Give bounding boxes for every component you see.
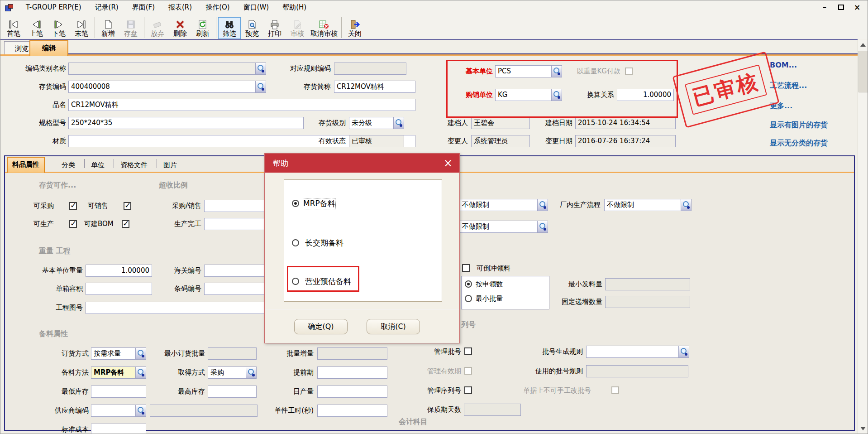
subtab-qualification[interactable]: 资格文件 — [116, 158, 152, 172]
menu-item-report[interactable]: 报表(R) — [162, 0, 199, 14]
subtab-item-attributes[interactable]: 料品属性 — [7, 157, 45, 173]
toolbar-next-record-button[interactable]: 下笔 — [48, 17, 70, 39]
menu-item-record[interactable]: 记录(R) — [88, 0, 125, 14]
std-cost-field[interactable] — [91, 424, 146, 434]
lookup-icon[interactable] — [551, 89, 562, 101]
menu-item-help[interactable]: 帮助(H) — [276, 0, 313, 14]
link-show-unclassified[interactable]: 显示无分类的存货 — [770, 139, 828, 148]
link-show-with-image[interactable]: 显示有图片的存货 — [770, 121, 828, 130]
code-class-field[interactable] — [68, 63, 266, 75]
max-stock-field[interactable] — [208, 386, 257, 398]
daily-output-label: 日产量 — [277, 386, 314, 398]
batch-rule-label: 批号生成规则 — [532, 346, 583, 358]
toolbar-print-button[interactable]: 打印 — [263, 17, 286, 39]
toolbar-delete-button[interactable]: 删除 — [169, 17, 191, 39]
toolbar-close-button[interactable]: 关闭 — [343, 17, 366, 39]
toolbar-last-record-button[interactable]: 末笔 — [70, 17, 93, 39]
scroll-up-icon[interactable] — [859, 41, 867, 49]
backflush-checkbox[interactable] — [462, 264, 470, 272]
by-request-radio[interactable] — [465, 280, 472, 288]
dialog-close-icon[interactable]: × — [441, 156, 455, 170]
base-unit-field[interactable]: PCS — [495, 65, 562, 77]
vertical-scrollbar[interactable] — [858, 40, 868, 434]
toolbar-prev-record-button[interactable]: 上笔 — [25, 17, 48, 39]
cancel-button[interactable]: 取消(C) — [367, 319, 420, 334]
box-volume-field[interactable] — [86, 283, 152, 295]
toolbar-cancel-audit-button[interactable]: 取消审核 — [309, 17, 339, 39]
factory-flow-field[interactable]: 不做限制 — [604, 199, 692, 211]
restore-button[interactable] — [835, 2, 847, 12]
long-lead-prep-label[interactable]: 长交期备料 — [305, 238, 343, 248]
daily-output-field[interactable] — [317, 386, 387, 398]
help-dialog-title[interactable]: 帮助 — [265, 154, 459, 173]
can-produce-checkbox[interactable] — [69, 220, 77, 228]
conv-field[interactable]: 1.00000 — [617, 89, 674, 101]
base-weight-field[interactable]: 1.00000 — [86, 265, 152, 277]
can-bom-checkbox[interactable] — [122, 220, 129, 228]
long-lead-prep-radio[interactable] — [292, 239, 299, 246]
order-mode-field[interactable]: 按需求量 — [91, 347, 146, 360]
menu-item-operation[interactable]: 操作(O) — [199, 0, 237, 14]
subtab-image[interactable]: 图片 — [159, 158, 181, 172]
toolbar-filter-button[interactable]: 筛选 — [218, 17, 241, 39]
manage-serial-checkbox[interactable] — [464, 386, 472, 394]
item-name-field[interactable]: CR12MOV精料 — [68, 99, 415, 111]
shelf-days-label: 保质期天数 — [418, 404, 461, 416]
min-stock-field[interactable] — [91, 386, 146, 398]
acquire-mode-field[interactable]: 采购 — [208, 366, 257, 379]
lookup-icon[interactable] — [551, 66, 562, 77]
menu-item-window[interactable]: 窗口(W) — [237, 0, 276, 14]
min-batch-radio[interactable] — [465, 295, 472, 302]
spec-field[interactable]: 250*240*35 — [68, 117, 304, 129]
link-bom[interactable]: BOM... — [770, 61, 797, 69]
scroll-down-icon[interactable] — [859, 424, 867, 433]
menu-item-erp[interactable]: T-GROUP ERP(E) — [19, 0, 88, 14]
lookup-icon[interactable] — [537, 199, 548, 211]
prep-method-field[interactable]: MRP备料 — [91, 366, 146, 379]
item-code-field[interactable]: 400400008 — [68, 81, 266, 93]
toolbar-preview-button[interactable]: 预览 — [241, 17, 263, 39]
manage-batch-checkbox[interactable] — [464, 347, 472, 355]
lookup-icon[interactable] — [246, 367, 256, 378]
subtab-classification[interactable]: 分类 — [57, 158, 80, 172]
lookup-icon[interactable] — [678, 346, 689, 357]
level-field[interactable]: 未分级 — [349, 117, 404, 129]
creator-field: 王碧会 — [471, 117, 530, 129]
dialog-separator — [265, 309, 459, 310]
can-sale-checkbox[interactable] — [124, 202, 131, 210]
lookup-icon[interactable] — [255, 63, 266, 74]
lookup-icon[interactable] — [681, 199, 691, 211]
item-abbr-field[interactable]: CR12MOV精料 — [334, 81, 415, 93]
lookup-icon[interactable] — [393, 117, 404, 129]
lookup-icon[interactable] — [135, 367, 146, 378]
limit-field-1[interactable]: 不做限制 — [459, 199, 548, 211]
subtab-separator — [184, 159, 184, 168]
section-header-account: 会计科目 — [399, 417, 428, 427]
supplier-code-field[interactable] — [91, 405, 146, 417]
toolbar-first-record-button[interactable]: 首笔 — [2, 17, 25, 39]
tab-edit[interactable]: 编辑 — [29, 40, 68, 56]
trade-unit-field[interactable]: KG — [495, 89, 562, 101]
close-button[interactable]: × — [851, 2, 863, 12]
lookup-icon[interactable] — [135, 348, 146, 359]
scrollbar-thumb[interactable] — [858, 51, 868, 92]
batch-rule-field[interactable] — [586, 346, 689, 358]
ok-button[interactable]: 确定(Q) — [294, 319, 348, 334]
minimize-button[interactable]: – — [819, 2, 830, 12]
mrp-prep-radio[interactable] — [292, 200, 299, 207]
lookup-icon[interactable] — [255, 81, 266, 92]
toolbar-refresh-button[interactable]: 刷新 — [191, 17, 214, 39]
toolbar-new-button[interactable]: 新增 — [97, 17, 119, 39]
lead-time-field[interactable] — [317, 366, 387, 379]
limit-field-2[interactable]: 不做限制 — [459, 221, 548, 233]
unit-time-field[interactable] — [317, 405, 387, 417]
subtab-unit[interactable]: 单位 — [86, 158, 109, 172]
menu-item-interface[interactable]: 界面(F) — [125, 0, 162, 14]
lookup-icon[interactable] — [135, 405, 146, 416]
approved-stamp: 已审核 — [672, 51, 779, 128]
lookup-icon[interactable] — [537, 221, 548, 232]
min-batch-label: 最小批量 — [476, 293, 530, 305]
mrp-prep-label[interactable]: MRP备料 — [303, 198, 335, 209]
shelf-days-field — [464, 404, 521, 416]
can-purchase-checkbox[interactable] — [69, 202, 77, 210]
